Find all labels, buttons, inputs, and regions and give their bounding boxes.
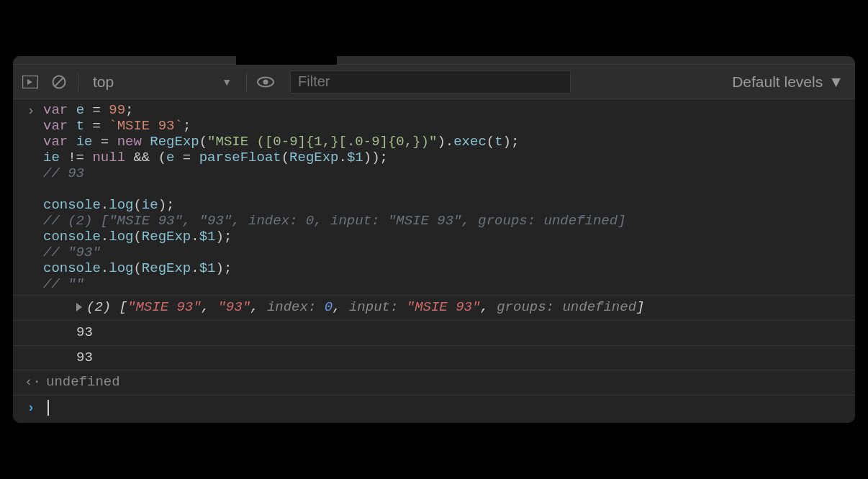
active-tab-indicator[interactable]: [236, 56, 337, 65]
return-value: undefined: [46, 373, 120, 392]
toggle-sidebar-icon[interactable]: [20, 72, 40, 92]
console-return-row: ‹· undefined: [13, 370, 855, 396]
output-text: 93: [46, 349, 93, 368]
prompt-marker-icon: ›: [24, 400, 37, 416]
filter-input[interactable]: [290, 70, 571, 93]
live-expression-icon[interactable]: [256, 72, 276, 92]
devtools-window: top ▼ Default levels ▼ › var e = 99;var …: [13, 56, 855, 423]
console-output-row[interactable]: (2) ["MSIE 93", "93", index: 0, input: "…: [13, 296, 855, 321]
svg-line-3: [55, 78, 63, 86]
levels-label: Default levels: [732, 73, 823, 91]
input-marker-icon: ›: [24, 103, 37, 119]
chevron-down-icon: ▼: [828, 73, 844, 91]
tab-strip: [13, 56, 855, 65]
console-toolbar: top ▼ Default levels ▼: [13, 65, 855, 99]
console-output-row: 93: [13, 346, 855, 371]
toolbar-separator: [78, 73, 78, 91]
filter-container: [290, 70, 719, 93]
return-marker-icon: ‹·: [24, 373, 37, 392]
array-output: (2) ["MSIE 93", "93", index: 0, input: "…: [46, 298, 644, 317]
console-input-echo: › var e = 99;var t = `MSIE 93`;var ie = …: [13, 99, 855, 296]
output-text: 93: [46, 324, 93, 342]
text-cursor: [48, 400, 49, 416]
expand-caret-icon[interactable]: [76, 303, 82, 311]
toolbar-separator: [246, 73, 247, 91]
svg-point-5: [263, 79, 268, 84]
svg-marker-1: [27, 79, 32, 85]
console-output-row: 93: [13, 321, 855, 346]
chevron-down-icon: ▼: [222, 76, 232, 88]
clear-console-icon[interactable]: [49, 72, 69, 92]
context-label: top: [93, 73, 114, 91]
log-levels-selector[interactable]: Default levels ▼: [728, 73, 848, 91]
console-prompt[interactable]: ›: [13, 396, 855, 423]
console-body: › var e = 99;var t = `MSIE 93`;var ie = …: [13, 99, 855, 423]
code-block: var e = 99;var t = `MSIE 93`;var ie = ne…: [43, 102, 855, 292]
context-selector[interactable]: top ▼: [87, 73, 238, 91]
